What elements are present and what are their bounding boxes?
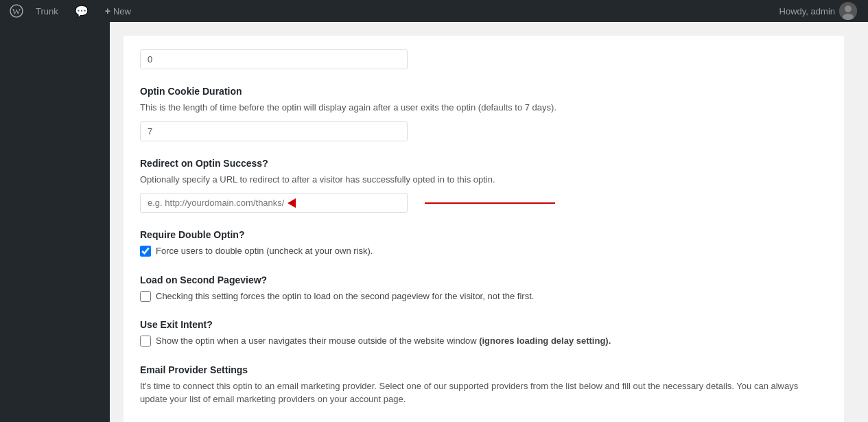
email-provider-label: Email Provider Settings: [140, 364, 828, 375]
admin-bar: W Trunk 💬 + New Howdy, admin: [0, 0, 868, 22]
top-field-input[interactable]: [140, 49, 408, 69]
plus-icon: +: [105, 5, 110, 16]
sidebar: [0, 22, 110, 422]
exit-intent-checkbox-label: Show the optin when a user navigates the…: [156, 334, 611, 348]
exit-intent-checkbox[interactable]: [140, 336, 151, 347]
second-pageview-checkbox[interactable]: [140, 291, 151, 302]
howdy-label: Howdy, admin: [779, 6, 835, 16]
cookie-duration-label: Optin Cookie Duration: [140, 86, 828, 97]
double-optin-row: Force users to double optin (uncheck at …: [140, 244, 828, 258]
comments-item[interactable]: 💬: [67, 0, 97, 22]
svg-point-3: [845, 5, 852, 12]
second-pageview-section: Load on Second Pageview? Checking this s…: [140, 274, 828, 303]
main-content: Optin Cookie Duration This is the length…: [110, 22, 868, 422]
double-optin-checkbox[interactable]: [140, 246, 151, 257]
double-optin-checkbox-label: Force users to double optin (uncheck at …: [156, 244, 373, 258]
email-provider-description: It's time to connect this optin to an em…: [140, 379, 828, 406]
exit-intent-label: Use Exit Intent?: [140, 319, 828, 330]
new-item[interactable]: + New: [97, 0, 139, 22]
second-pageview-checkbox-label: Checking this setting forces the optin t…: [156, 290, 534, 303]
double-optin-section: Require Double Optin? Force users to dou…: [140, 229, 828, 258]
annotation-arrow: [418, 198, 555, 208]
cookie-duration-description: This is the length of time before the op…: [140, 101, 828, 115]
svg-text:W: W: [12, 6, 21, 16]
exit-intent-label-prefix: Show the optin when a user navigates the…: [156, 336, 479, 346]
exit-intent-label-bold: (ignores loading delay setting).: [479, 336, 611, 346]
redirect-section: Redirect on Optin Success? Optionally sp…: [140, 158, 828, 213]
exit-intent-section: Use Exit Intent? Show the optin when a u…: [140, 319, 828, 348]
howdy-menu[interactable]: Howdy, admin: [774, 0, 863, 22]
avatar: [839, 2, 857, 20]
second-pageview-row: Checking this setting forces the optin t…: [140, 290, 828, 303]
redirect-input-wrapper: [140, 193, 408, 213]
second-pageview-label: Load on Second Pageview?: [140, 274, 828, 285]
cookie-duration-section: Optin Cookie Duration This is the length…: [140, 86, 828, 141]
redirect-description: Optionally specify a URL to redirect to …: [140, 173, 828, 187]
exit-intent-row: Show the optin when a user navigates the…: [140, 334, 828, 348]
cookie-duration-input[interactable]: [140, 121, 408, 141]
redirect-label: Redirect on Optin Success?: [140, 158, 828, 169]
wp-logo[interactable]: W: [5, 0, 27, 22]
comment-bubble-icon: 💬: [75, 5, 89, 18]
redirect-input[interactable]: [140, 193, 408, 213]
email-provider-section: Email Provider Settings It's time to con…: [140, 364, 828, 406]
new-label: New: [113, 6, 131, 16]
content-area: Optin Cookie Duration This is the length…: [124, 36, 844, 422]
site-name[interactable]: Trunk: [27, 0, 67, 22]
double-optin-label: Require Double Optin?: [140, 229, 828, 240]
top-field-section: [140, 49, 828, 69]
